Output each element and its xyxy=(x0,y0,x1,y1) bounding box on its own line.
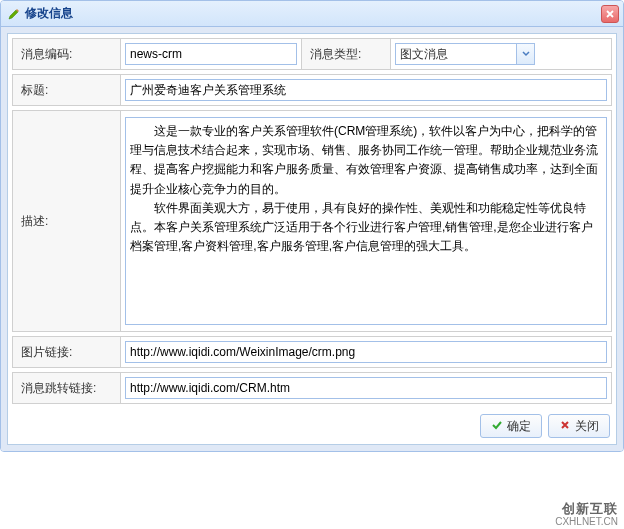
form-panel: 消息编码: 消息类型: 图文消息 标题: xyxy=(7,33,617,445)
label-code: 消息编码: xyxy=(13,39,121,69)
watermark-text-bottom: CXHLNET.CN xyxy=(555,516,618,527)
chevron-down-icon xyxy=(516,44,534,64)
dialog-body: 消息编码: 消息类型: 图文消息 标题: xyxy=(1,27,623,451)
close-button[interactable] xyxy=(601,5,619,23)
check-icon xyxy=(491,419,503,434)
input-title[interactable] xyxy=(125,79,607,101)
watermark: 创新互联 CXHLNET.CN xyxy=(555,502,618,527)
ok-button[interactable]: 确定 xyxy=(480,414,542,438)
label-type: 消息类型: xyxy=(301,39,391,69)
dialog-header[interactable]: 修改信息 xyxy=(1,1,623,27)
select-type[interactable]: 图文消息 xyxy=(395,43,535,65)
row-image-link: 图片链接: xyxy=(12,336,612,368)
label-image-link: 图片链接: xyxy=(13,337,121,367)
cancel-button[interactable]: 关闭 xyxy=(548,414,610,438)
select-type-value: 图文消息 xyxy=(396,46,516,63)
row-code-type: 消息编码: 消息类型: 图文消息 xyxy=(12,38,612,70)
ok-button-label: 确定 xyxy=(507,418,531,435)
label-jump-link: 消息跳转链接: xyxy=(13,373,121,403)
dialog-title: 修改信息 xyxy=(25,5,73,22)
input-code[interactable] xyxy=(125,43,297,65)
x-icon xyxy=(559,419,571,434)
row-description: 描述: xyxy=(12,110,612,332)
dialog-window: 修改信息 消息编码: 消息类型: 图文消息 xyxy=(0,0,624,452)
button-bar: 确定 关闭 xyxy=(12,408,612,440)
label-title: 标题: xyxy=(13,75,121,105)
row-jump-link: 消息跳转链接: xyxy=(12,372,612,404)
watermark-text-top: 创新互联 xyxy=(555,502,618,516)
pencil-icon xyxy=(7,7,21,21)
row-title: 标题: xyxy=(12,74,612,106)
input-image-link[interactable] xyxy=(125,341,607,363)
label-description: 描述: xyxy=(13,111,121,331)
cancel-button-label: 关闭 xyxy=(575,418,599,435)
input-jump-link[interactable] xyxy=(125,377,607,399)
textarea-description[interactable] xyxy=(125,117,607,325)
